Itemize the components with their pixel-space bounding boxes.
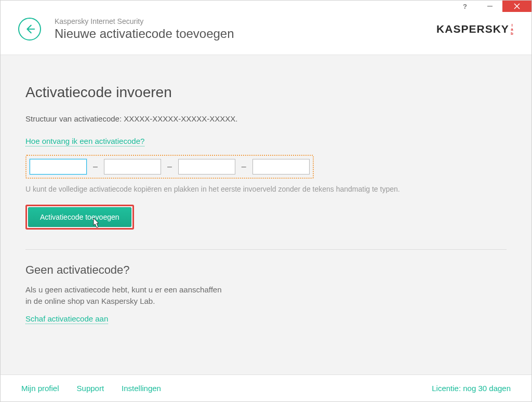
paste-hint-text: U kunt de volledige activatiecode kopiër… <box>25 185 507 193</box>
footer: Mijn profiel Support Instellingen Licent… <box>1 374 531 401</box>
app-name: Kaspersky Internet Security <box>55 17 436 25</box>
dash-separator: – <box>167 162 172 171</box>
footer-profile-link[interactable]: Mijn profiel <box>21 384 59 393</box>
help-button[interactable]: ? <box>453 1 477 12</box>
section-divider <box>25 249 507 250</box>
header: Kaspersky Internet Security Nieuwe activ… <box>1 12 531 55</box>
brand-suffix: lab <box>510 23 514 35</box>
footer-settings-link[interactable]: Instellingen <box>122 384 161 393</box>
code-structure-text: Structuur van activatiecode: XXXXX-XXXXX… <box>25 114 507 123</box>
license-status-link[interactable]: Licentie: nog 30 dagen <box>432 384 511 393</box>
code-input-3[interactable] <box>178 159 235 175</box>
no-code-line1: Als u geen activatiecode hebt, kunt u er… <box>25 285 222 294</box>
dash-separator: – <box>93 162 98 171</box>
how-to-get-code-link[interactable]: Hoe ontvang ik een activatiecode? <box>25 137 144 146</box>
no-code-body: Als u geen activatiecode hebt, kunt u er… <box>25 284 507 307</box>
content-area: Activatiecode invoeren Structuur van act… <box>1 55 531 374</box>
submit-highlight-frame: Activatiecode toevoegen <box>25 205 134 230</box>
code-input-1[interactable] <box>30 159 87 175</box>
no-code-line2: in de online shop van Kaspersky Lab. <box>25 297 155 305</box>
no-code-heading: Geen activatiecode? <box>25 263 507 277</box>
back-button[interactable] <box>18 18 41 41</box>
window-titlebar: ? <box>1 1 531 12</box>
arrow-left-icon <box>24 23 35 35</box>
minimize-button[interactable] <box>477 1 502 12</box>
close-button[interactable] <box>502 1 531 12</box>
brand-main: KASPERSKY <box>436 23 509 35</box>
app-window: ? Kaspersky Internet Security Nieuwe act… <box>0 0 532 402</box>
code-input-2[interactable] <box>104 159 161 175</box>
footer-support-link[interactable]: Support <box>77 384 104 393</box>
brand-logo: KASPERSKY lab <box>436 23 514 35</box>
page-title: Nieuwe activatiecode toevoegen <box>55 26 436 41</box>
section-heading: Activatiecode invoeren <box>25 84 507 101</box>
add-activation-code-button[interactable]: Activatiecode toevoegen <box>28 207 131 227</box>
dash-separator: – <box>242 162 246 171</box>
buy-code-link[interactable]: Schaf activatiecode aan <box>25 314 108 324</box>
code-input-4[interactable] <box>252 159 310 175</box>
activation-code-group: – – – <box>25 155 314 179</box>
